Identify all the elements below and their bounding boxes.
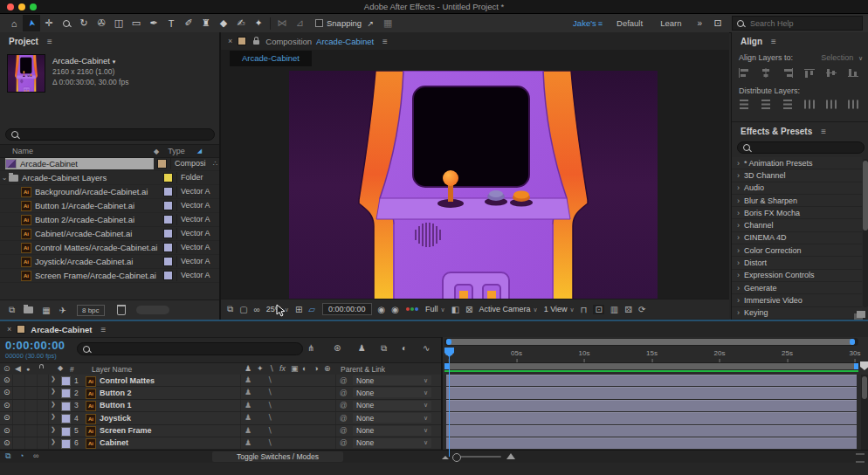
timeline-layer-row[interactable]: ⊙❯4AiJoystick♟∖@None∨ xyxy=(0,412,441,424)
layer-name[interactable]: Cabinet xyxy=(100,438,128,447)
snap-along-edges-icon[interactable]: ↗ xyxy=(362,15,379,31)
quality-switch-icon[interactable]: ∖ xyxy=(267,426,272,435)
effects-search-field[interactable] xyxy=(737,141,865,154)
effects-category[interactable]: ›Audio xyxy=(732,182,862,195)
align-center-vertical-button[interactable] xyxy=(824,67,838,80)
puppet-pin-tool[interactable]: ✦ xyxy=(250,15,267,31)
frame-blend-switch-icon[interactable]: ▣ xyxy=(291,364,299,373)
layer-color-chip[interactable] xyxy=(61,376,71,386)
graph-editor-icon[interactable]: ∿ xyxy=(423,343,430,353)
layer-expander-caret[interactable]: ❯ xyxy=(51,413,56,420)
align-center-horizontal-button[interactable] xyxy=(759,67,773,80)
layer-visibility-eye[interactable]: ⊙ xyxy=(3,375,10,384)
shy-switch-icon[interactable]: ♟ xyxy=(245,401,251,410)
project-row[interactable]: ⌄Arcade-Cabinet LayersFolder xyxy=(0,171,219,185)
project-settings-icon[interactable]: ✈ xyxy=(59,306,66,315)
exposure-level-icon[interactable]: ▥ xyxy=(610,305,618,314)
quality-switch-icon[interactable]: ∖ xyxy=(267,375,272,384)
shy-switch-icon[interactable]: ♟ xyxy=(245,413,251,422)
shy-switch-icon[interactable]: ♟ xyxy=(245,364,251,373)
hide-shy-layers-icon[interactable]: ♟ xyxy=(358,343,366,353)
motion-blur-switch-icon[interactable]: ◐ xyxy=(302,364,307,373)
effects-scrollbar[interactable] xyxy=(863,159,868,307)
region-of-interest-icon[interactable]: ▱ xyxy=(308,305,315,314)
panel-menu-icon[interactable]: ≡ xyxy=(771,37,776,46)
work-area-end-handle[interactable] xyxy=(854,363,858,369)
zoom-tool[interactable] xyxy=(58,15,75,31)
effects-category[interactable]: ›Expression Controls xyxy=(732,270,862,282)
layer-color-chip[interactable] xyxy=(61,414,71,423)
search-help-input[interactable] xyxy=(748,18,848,29)
type-tool[interactable]: T xyxy=(162,15,180,31)
workspace-tab-jakes[interactable]: Jake's xyxy=(573,18,596,28)
shy-switch-icon[interactable]: ♟ xyxy=(245,438,251,447)
column-name[interactable]: Name xyxy=(12,147,33,155)
motion-blur-icon[interactable]: ◐ xyxy=(402,343,407,353)
layer-color-chip[interactable] xyxy=(61,439,71,449)
fx-switch-icon[interactable]: fx xyxy=(279,364,286,373)
draft-3d-icon[interactable]: ⊛ xyxy=(334,343,341,353)
panel-menu-icon[interactable]: ≡ xyxy=(821,127,826,136)
parent-select[interactable]: None∨ xyxy=(353,401,431,410)
exposure-icon[interactable]: ⊡ xyxy=(593,305,603,314)
selection-tool[interactable]: ➤ xyxy=(23,15,40,31)
layer-duration-bar[interactable] xyxy=(446,387,857,398)
new-folder-icon[interactable] xyxy=(24,306,33,313)
more-workspaces-icon[interactable]: » xyxy=(697,18,702,28)
distribute-top-button[interactable] xyxy=(737,99,751,112)
search-help-field[interactable] xyxy=(732,16,863,31)
parent-pickwhip-icon[interactable]: @ xyxy=(340,389,348,397)
project-row[interactable]: AiControl Mattes/Arcade-Cabinet.aiVector… xyxy=(0,241,219,255)
effects-category[interactable]: ›Keying xyxy=(732,307,862,320)
label-column-icon[interactable]: ◆ xyxy=(58,364,63,372)
viewer-timecode[interactable]: 0:00:00:00 xyxy=(322,303,372,315)
timeline-layer-row[interactable]: ⊙❯3AiButton 1♟∖@None∨ xyxy=(0,400,441,412)
layer-duration-bar[interactable] xyxy=(446,437,857,449)
new-composition-icon[interactable]: ▦ xyxy=(42,306,50,315)
color-depth-button[interactable]: 8 bpc xyxy=(77,305,105,316)
eraser-tool[interactable]: ◆ xyxy=(215,15,232,31)
composition-tab[interactable]: Arcade-Cabinet xyxy=(230,51,312,66)
rectangle-tool[interactable]: ▭ xyxy=(127,15,145,31)
project-row[interactable]: AiScreen Frame/Arcade-Cabinet.aiVector A xyxy=(0,269,219,283)
project-search-field[interactable] xyxy=(5,128,215,141)
timeline-layer-row[interactable]: ⊙❯6AiCabinet♟∖@None∨ xyxy=(0,437,441,450)
lock-icon[interactable] xyxy=(253,40,259,45)
adjustment-switch-icon[interactable]: ◑ xyxy=(313,364,318,373)
main-viewer-icon[interactable]: ▢ xyxy=(239,305,247,314)
layer-visibility-eye[interactable]: ⊙ xyxy=(3,438,10,447)
time-ruler[interactable]: 0s05s10s15s20s25s30s xyxy=(444,348,858,363)
workspace-tab-learn[interactable]: Learn xyxy=(660,18,681,28)
quality-switch-icon[interactable]: ∖ xyxy=(267,388,272,396)
expand-transfer-controls-icon[interactable]: ◔ xyxy=(19,451,24,460)
expander-caret-icon[interactable]: ⌄ xyxy=(0,174,9,182)
layer-visibility-eye[interactable]: ⊙ xyxy=(3,401,10,410)
reset-exposure-icon[interactable]: ⟳ xyxy=(638,305,645,314)
align-left-button[interactable] xyxy=(737,67,751,80)
resolution-select[interactable]: Full∨ xyxy=(425,305,445,313)
distribute-left-button[interactable] xyxy=(803,99,816,112)
layer-name[interactable]: Joystick xyxy=(100,414,131,423)
pan-behind-tool[interactable]: ◫ xyxy=(110,15,127,31)
workspace-menu-icon[interactable]: ≡ xyxy=(598,19,603,28)
effects-category[interactable]: ›3D Channel xyxy=(732,169,862,182)
project-row[interactable]: Arcade-CabinetComposi∴ xyxy=(0,157,219,171)
scrollbar-left-handle[interactable] xyxy=(446,339,451,345)
parent-pickwhip-icon[interactable]: @ xyxy=(340,426,348,435)
parent-select[interactable]: None∨ xyxy=(353,426,431,436)
work-area-bar[interactable] xyxy=(444,363,858,369)
column-type[interactable]: Type xyxy=(168,147,185,155)
preview-item-name[interactable]: Arcade-Cabinet ▾ xyxy=(52,56,115,65)
label-color-chip[interactable] xyxy=(163,215,173,224)
effects-category[interactable]: ›CINEMA 4D xyxy=(732,232,862,244)
always-preview-icon[interactable]: ⧉ xyxy=(227,304,233,314)
mask-feather-icon[interactable]: ⋈ xyxy=(273,15,291,31)
panel-drag-corner-icon[interactable] xyxy=(857,311,865,318)
distribute-right-button[interactable] xyxy=(846,99,860,112)
shy-switch-icon[interactable]: ♟ xyxy=(245,388,251,396)
expand-in-out-icon[interactable]: ∞ xyxy=(33,451,38,460)
composition-mini-flowchart-icon[interactable]: ⋔ xyxy=(307,343,314,353)
panel-menu-icon[interactable]: ≡ xyxy=(100,325,106,334)
parent-select[interactable]: None∨ xyxy=(353,438,431,448)
timeline-vertical-scrollbar[interactable] xyxy=(861,375,868,457)
